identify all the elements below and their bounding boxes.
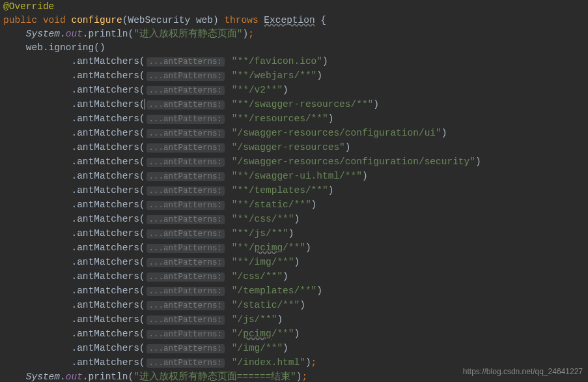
code-line: .antMatchers(...antPatterns: "**/favicon… <box>3 55 585 69</box>
code-line: .antMatchers(...antPatterns: "/img/**") <box>3 342 585 356</box>
code-line: @Override <box>3 0 585 14</box>
parameter-hint: ...antPatterns: <box>147 86 225 95</box>
code-line: .antMatchers(...antPatterns: "/css/**") <box>3 270 585 284</box>
parameter-hint: ...antPatterns: <box>147 229 225 239</box>
code-line: .antMatchers(...antPatterns: "**/pcimg/*… <box>3 241 585 256</box>
parameter-hint: ...antPatterns: <box>147 330 225 339</box>
code-editor[interactable]: @Override public void configure(WebSecur… <box>3 0 585 382</box>
code-line: .antMatchers(...antPatterns: "/pcimg/**"… <box>3 327 585 342</box>
parameter-hint: ...antPatterns: <box>147 115 225 124</box>
code-line: .antMatchers(...antPatterns: "/js/**") <box>3 313 585 327</box>
parameter-hint: ...antPatterns: <box>147 201 225 210</box>
code-line: .antMatchers(...antPatterns: "**/swagger… <box>3 169 585 184</box>
code-line: .antMatchers(...antPatterns: "/swagger-r… <box>3 141 585 155</box>
code-line: .antMatchers(...antPatterns: "/swagger-r… <box>3 155 585 169</box>
parameter-hint: ...antPatterns: <box>147 172 225 181</box>
parameter-hint: ...antPatterns: <box>147 316 225 325</box>
parameter-hint: ...antPatterns: <box>147 57 225 66</box>
annotation: @Override <box>3 1 54 12</box>
code-line: .antMatchers(...antPatterns: "/swagger-r… <box>3 126 585 141</box>
code-line: .antMatchers(...antPatterns: "**/webjars… <box>3 69 585 83</box>
code-line: .antMatchers(...antPatterns: "**/swagger… <box>3 98 585 112</box>
parameter-hint: ...antPatterns: <box>147 272 225 282</box>
parameter-hint: ...antPatterns: <box>147 359 225 368</box>
parameter-hint: ...antPatterns: <box>147 143 225 153</box>
parameter-hint: ...antPatterns: <box>147 287 225 296</box>
parameter-hint: ...antPatterns: <box>147 344 225 353</box>
parameter-hint: ...antPatterns: <box>147 244 225 253</box>
watermark: https://blog.csdn.net/qq_24641227 <box>463 365 583 379</box>
code-line: .antMatchers(...antPatterns: "**/css/**"… <box>3 213 585 227</box>
code-line: .antMatchers(...antPatterns: "/templates… <box>3 284 585 299</box>
parameter-hint: ...antPatterns: <box>147 129 225 138</box>
code-line: .antMatchers(...antPatterns: "/static/**… <box>3 299 585 313</box>
parameter-hint: ...antPatterns: <box>147 158 225 167</box>
code-line: public void configure(WebSecurity web) t… <box>3 14 585 27</box>
code-line: .antMatchers(...antPatterns: "**/js/**") <box>3 227 585 241</box>
code-line: .antMatchers(...antPatterns: "**/static/… <box>3 198 585 213</box>
parameter-hint: ...antPatterns: <box>147 258 225 267</box>
code-line: .antMatchers(...antPatterns: "**/img/**"… <box>3 256 585 270</box>
code-line: web.ignoring() <box>3 41 585 55</box>
code-line: .antMatchers(...antPatterns: "**/resourc… <box>3 112 585 126</box>
code-line: .antMatchers(...antPatterns: "**/v2**") <box>3 83 585 98</box>
code-line: .antMatchers(...antPatterns: "**/templat… <box>3 184 585 198</box>
parameter-hint: ...antPatterns: <box>147 186 225 196</box>
parameter-hint: ...antPatterns: <box>147 72 225 81</box>
text-cursor <box>145 99 145 110</box>
parameter-hint: ...antPatterns: <box>147 100 225 110</box>
parameter-hint: ...antPatterns: <box>147 215 225 224</box>
code-line: System.out.println("进入放权所有静态页面"); <box>3 27 585 41</box>
parameter-hint: ...antPatterns: <box>147 301 225 310</box>
